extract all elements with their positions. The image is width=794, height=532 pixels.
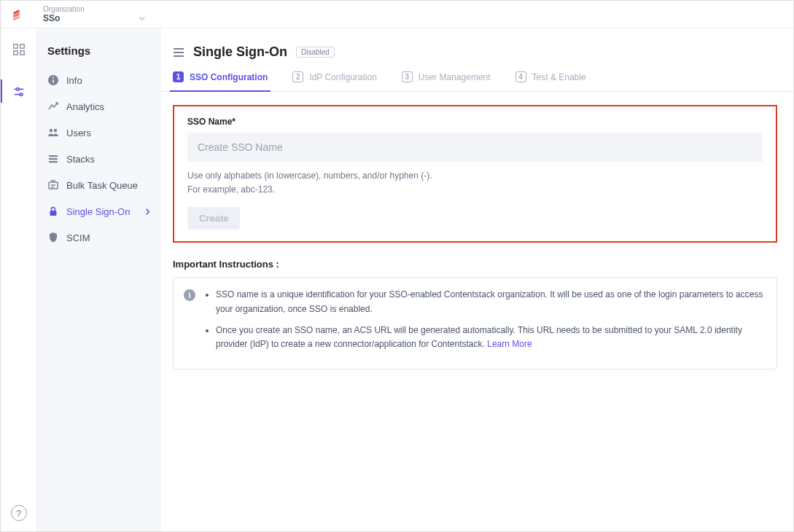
svg-point-12 — [54, 129, 57, 132]
tab-label: User Management — [419, 72, 491, 82]
settings-sidebar: Settings Info Analytics Users Stacks Bul… — [37, 28, 161, 531]
tab-label: Test & Enable — [532, 72, 586, 82]
topbar: Organization SSo — [1, 1, 793, 28]
page-header: Single Sign-On Disabled — [161, 28, 793, 71]
step-number: 3 — [402, 71, 413, 82]
sidebar-item-analytics[interactable]: Analytics — [37, 93, 161, 120]
instruction-item: SSO name is a unique identification for … — [216, 288, 765, 316]
svg-rect-15 — [49, 161, 58, 163]
lock-icon — [47, 206, 59, 217]
svg-point-10 — [52, 77, 54, 79]
sidebar-item-bulk-task-queue[interactable]: Bulk Task Queue — [37, 172, 161, 198]
help-button[interactable]: ? — [11, 505, 27, 521]
sidebar-item-stacks[interactable]: Stacks — [37, 146, 161, 172]
svg-rect-13 — [49, 155, 58, 157]
svg-rect-0 — [13, 44, 17, 48]
logo — [11, 7, 43, 22]
svg-rect-1 — [20, 44, 23, 48]
chevron-down-icon — [139, 15, 145, 22]
step-number: 4 — [515, 71, 526, 82]
tab-label: IdP Configuration — [309, 72, 377, 82]
instruction-item: Once you create an SSO name, an ACS URL … — [216, 324, 765, 351]
org-value: SSo — [43, 13, 60, 23]
iconrail: ? — [1, 28, 37, 531]
hint-text: Use only alphabets (in lowercase), numbe… — [187, 169, 763, 197]
instructions-box: i SSO name is a unique identification fo… — [173, 277, 777, 369]
tab-idp-configuration[interactable]: 2 IdP Configuration — [292, 71, 377, 91]
svg-rect-9 — [52, 79, 54, 83]
tab-panel: SSO Name* Use only alphabets (in lowerca… — [161, 92, 793, 383]
info-icon: i — [184, 289, 195, 301]
sidebar-item-single-sign-on[interactable]: Single Sign-On — [37, 198, 161, 224]
org-label: Organization — [43, 5, 145, 13]
svg-rect-17 — [50, 211, 57, 216]
sso-name-input[interactable] — [187, 133, 763, 162]
page-title: Single Sign-On — [193, 44, 287, 60]
analytics-icon — [47, 101, 59, 112]
sso-name-label: SSO Name* — [187, 117, 763, 127]
svg-point-7 — [19, 93, 22, 96]
sidebar-item-label: Info — [66, 75, 82, 86]
sidebar-item-users[interactable]: Users — [37, 120, 161, 146]
create-button[interactable]: Create — [187, 207, 240, 230]
info-icon — [47, 74, 59, 86]
step-tabs: 1 SSO Configuration 2 IdP Configuration … — [161, 71, 793, 92]
sidebar-item-label: Users — [66, 128, 91, 138]
tab-user-management[interactable]: 3 User Management — [402, 71, 491, 91]
shield-icon — [47, 232, 59, 243]
menu-toggle-icon[interactable] — [173, 47, 184, 58]
sidebar-item-label: Single Sign-On — [66, 206, 130, 217]
tab-sso-configuration[interactable]: 1 SSO Configuration — [173, 71, 268, 91]
svg-rect-2 — [13, 51, 17, 55]
sidebar-item-label: SCIM — [66, 232, 90, 243]
instructions-title: Important Instructions : — [173, 259, 777, 270]
step-number: 2 — [292, 71, 303, 82]
users-icon — [47, 127, 59, 138]
svg-point-5 — [16, 88, 19, 91]
tab-test-enable[interactable]: 4 Test & Enable — [515, 71, 586, 91]
tab-label: SSO Configuration — [190, 72, 268, 82]
sso-name-section: SSO Name* Use only alphabets (in lowerca… — [173, 105, 777, 243]
queue-icon — [47, 179, 59, 191]
main-content: Single Sign-On Disabled 1 SSO Configurat… — [161, 28, 793, 531]
learn-more-link[interactable]: Learn More — [487, 339, 532, 349]
sidebar-item-scim[interactable]: SCIM — [37, 224, 161, 251]
svg-point-11 — [50, 129, 52, 132]
org-selector[interactable]: Organization SSo — [43, 5, 145, 23]
sidebar-item-label: Stacks — [66, 154, 95, 165]
step-number: 1 — [173, 71, 184, 82]
svg-rect-3 — [20, 51, 23, 55]
sidebar-item-label: Analytics — [66, 101, 104, 112]
stacks-icon — [47, 153, 59, 165]
dashboard-icon[interactable] — [11, 42, 27, 58]
status-badge: Disabled — [296, 47, 335, 58]
chevron-right-icon — [144, 208, 151, 215]
settings-sliders-icon[interactable] — [11, 84, 27, 100]
sidebar-item-info[interactable]: Info — [37, 67, 161, 93]
sidebar-title: Settings — [37, 44, 161, 67]
sidebar-item-label: Bulk Task Queue — [66, 180, 138, 191]
svg-rect-14 — [49, 158, 58, 160]
